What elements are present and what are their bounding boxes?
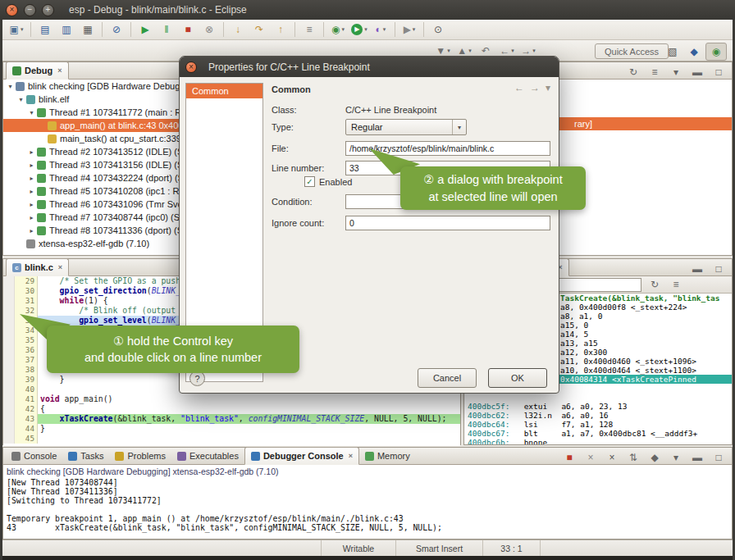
console-tab-debugger-console[interactable]: Debugger Console× [244, 447, 359, 465]
sidebar-item-common[interactable]: Common [186, 84, 262, 98]
minimize-icon[interactable]: ▬ [687, 449, 707, 466]
view-menu-icon[interactable]: ▾ [546, 82, 550, 93]
scroll-lock-icon[interactable]: ⇅ [623, 449, 643, 466]
refresh-icon[interactable]: ↻ [623, 64, 643, 80]
tab-blink-c[interactable]: c blink.c × [6, 258, 69, 276]
maximize-icon[interactable]: □ [709, 449, 728, 466]
expander-icon[interactable]: ▸ [27, 201, 36, 208]
asm-line[interactable]: 400dbc6b: bnone [464, 438, 732, 444]
asm-line[interactable]: 400dbc5f: extui a6, a0, 23, 13 [464, 402, 732, 411]
step-over-icon[interactable]: ↷ [249, 21, 269, 38]
collapse-all-icon[interactable]: ≡ [645, 64, 664, 80]
enabled-checkbox[interactable]: ✓ Enabled [304, 176, 352, 187]
show-source-icon[interactable]: ≡ [666, 276, 686, 293]
expander-icon[interactable]: ▸ [27, 214, 36, 221]
console-tab-console[interactable]: Console [6, 448, 62, 464]
console-tab-memory[interactable]: Memory [359, 448, 416, 464]
remove-launch-icon[interactable]: × [581, 449, 600, 466]
code-line[interactable]: 41void app_main() [3, 394, 460, 404]
skip-breakpoints-icon[interactable]: ⊘ [107, 21, 126, 38]
debug-perspective-icon[interactable]: ◉ [705, 43, 727, 61]
expander-icon[interactable]: ▾ [27, 109, 36, 116]
line-number[interactable]: 37 [15, 355, 38, 365]
asm-line[interactable]: 400dbc67: blt a1, a7, 0x400dbc81 <__addd… [464, 429, 732, 438]
terminate-icon[interactable]: ■ [178, 21, 198, 38]
line-number[interactable]: 43 [15, 414, 38, 424]
open-perspective-icon[interactable]: ▧ [663, 43, 682, 60]
minimize-icon[interactable]: ▬ [687, 261, 707, 277]
dialog-close-button[interactable]: × [185, 61, 197, 73]
cancel-button[interactable]: Cancel [418, 368, 477, 388]
pin-console-icon[interactable]: ◆ [645, 449, 664, 466]
close-tab-icon[interactable]: × [58, 263, 62, 271]
search-icon[interactable]: ⊙ [428, 21, 448, 38]
view-menu-icon[interactable]: ▾ [666, 64, 686, 80]
forward-icon[interactable]: → [530, 82, 540, 93]
expander-icon[interactable]: ▸ [27, 188, 36, 195]
line-number[interactable]: 32 [15, 306, 38, 316]
display-console-icon[interactable]: ▾ [666, 449, 686, 466]
step-return-icon[interactable]: ↑ [271, 21, 290, 38]
asm-line[interactable] [464, 393, 732, 402]
console-tab-tasks[interactable]: Tasks [62, 448, 109, 464]
ok-button[interactable]: OK [488, 368, 547, 388]
line-number[interactable]: 42 [15, 404, 38, 414]
expander-icon[interactable]: ▸ [27, 175, 36, 182]
save-icon[interactable]: ▤ [35, 21, 55, 38]
terminate-icon[interactable]: ■ [559, 449, 579, 466]
expander-icon[interactable]: ▸ [27, 162, 36, 169]
line-number[interactable]: 44 [15, 424, 38, 434]
line-number[interactable]: 40 [15, 385, 38, 394]
suspend-icon[interactable]: ‖ [157, 21, 176, 38]
line-number[interactable]: 38 [15, 365, 38, 375]
new-wizard-icon[interactable]: ▣ [7, 21, 26, 38]
profile-icon[interactable]: ◐ [371, 21, 390, 38]
ignore-count-field[interactable] [345, 216, 550, 230]
line-number[interactable]: 41 [15, 394, 38, 404]
tab-debug[interactable]: Debug × [6, 61, 69, 80]
save-all-icon[interactable]: ▥ [57, 21, 76, 38]
line-number[interactable]: 36 [15, 345, 38, 355]
code-line[interactable]: 44} [3, 424, 460, 434]
run-icon[interactable]: ▶ [349, 21, 369, 38]
marker-bar [3, 345, 15, 355]
cpp-perspective-icon[interactable]: ◆ [684, 43, 704, 60]
step-into-icon[interactable]: ↓ [228, 21, 248, 38]
resume-icon[interactable]: ▶ [135, 21, 155, 38]
close-tab-icon[interactable]: × [349, 452, 353, 460]
disconnect-icon[interactable]: ⊗ [199, 21, 219, 38]
asm-line[interactable]: 400dbc62: l32i.n a6, a0, 16 [464, 411, 732, 420]
debug-icon[interactable]: ◉ [328, 21, 348, 38]
expander-icon[interactable]: ▾ [6, 83, 15, 90]
line-number[interactable]: 35 [15, 335, 38, 345]
refresh-icon[interactable]: ↻ [645, 276, 664, 293]
line-number[interactable]: 39 [15, 375, 38, 385]
code-line[interactable]: 45 [3, 434, 460, 444]
line-number[interactable]: 29 [15, 276, 38, 286]
type-dropdown[interactable]: Regular ▾ [345, 119, 467, 135]
asm-line[interactable]: 400dbc64: lsi f7, a1, 128 [464, 420, 732, 429]
maximize-icon[interactable]: □ [709, 64, 728, 80]
external-tools-icon[interactable]: ▶ [399, 21, 419, 38]
quick-access-button[interactable]: Quick Access [595, 43, 669, 59]
line-number[interactable]: 45 [15, 434, 38, 444]
line-number[interactable]: 30 [15, 286, 38, 296]
code-line[interactable]: 42{ [3, 404, 460, 414]
remove-all-launches-icon[interactable]: × [602, 449, 622, 466]
code-line[interactable]: 43 xTaskCreate(&blink_task, "blink_task"… [3, 414, 460, 424]
line-number[interactable]: 31 [15, 296, 38, 306]
maximize-icon[interactable]: □ [709, 261, 728, 277]
window-minimize-button[interactable]: − [24, 4, 36, 16]
window-maximize-button[interactable]: + [42, 4, 54, 16]
minimize-icon[interactable]: ▬ [687, 64, 707, 80]
back-icon[interactable]: ← [514, 82, 524, 93]
console-tab-problems[interactable]: Problems [109, 448, 171, 464]
instruction-stepping-icon[interactable]: ≡ [299, 21, 319, 38]
expander-icon[interactable]: ▾ [16, 96, 25, 103]
expander-icon[interactable]: ▸ [27, 227, 36, 234]
console-tab-executables[interactable]: Executables [171, 448, 244, 464]
window-close-button[interactable]: × [6, 4, 18, 16]
expander-icon[interactable]: ▸ [27, 148, 36, 156]
close-tab-icon[interactable]: × [57, 66, 62, 75]
print-icon[interactable]: ▦ [78, 21, 98, 38]
